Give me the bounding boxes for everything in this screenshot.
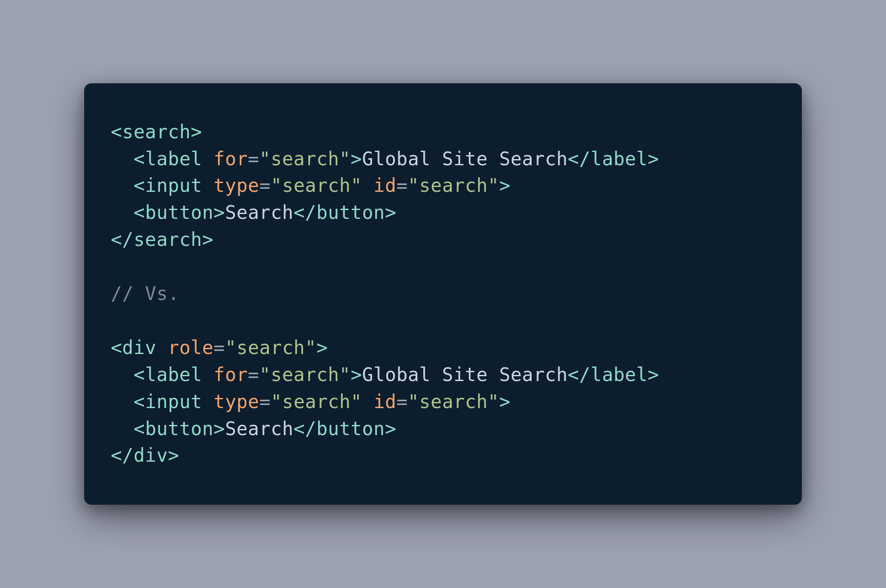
code-token-text: [362, 175, 373, 196]
code-token-bracket: >: [351, 364, 362, 386]
code-token-bracket: </: [111, 444, 134, 466]
code-token-eq: =: [396, 391, 408, 413]
code-token-tag: label: [591, 148, 648, 170]
code-token-str: "search": [225, 337, 316, 358]
code-token-bracket: <: [134, 391, 145, 413]
code-token-tag: button: [316, 418, 385, 440]
code-token-bracket: <: [134, 364, 145, 386]
code-token-bracket: <: [134, 175, 145, 196]
code-line: <button>Search</button>: [111, 418, 396, 440]
code-token-tag: search: [122, 121, 191, 143]
code-token-bracket: >: [648, 148, 659, 170]
code-token-bracket: >: [191, 121, 202, 143]
code-line: <input type="search" id="search">: [111, 391, 511, 413]
code-token-bracket: <: [111, 337, 122, 358]
code-token-eq: =: [259, 391, 271, 413]
code-token-text: Global Site Search: [362, 364, 567, 386]
code-token-comment: // Vs.: [111, 283, 179, 304]
code-token-bracket: </: [568, 364, 591, 386]
code-token-tag: label: [145, 148, 202, 170]
code-token-bracket: </: [294, 418, 317, 440]
code-token-str: "search": [271, 391, 362, 413]
code-token-bracket: >: [499, 391, 511, 413]
code-line: <button>Search</button>: [111, 202, 396, 223]
code-token-text: [156, 337, 168, 358]
code-line: <input type="search" id="search">: [111, 175, 511, 196]
code-token-tag: button: [145, 418, 214, 440]
code-token-bracket: >: [214, 418, 225, 440]
code-token-eq: =: [248, 364, 259, 386]
code-token-attr: id: [373, 391, 396, 413]
code-token-attr: role: [168, 337, 214, 358]
code-token-bracket: >: [385, 202, 396, 223]
code-card: <search> <label for="search">Global Site…: [84, 83, 802, 505]
code-token-bracket: <: [134, 202, 145, 223]
code-token-tag: div: [122, 337, 156, 358]
code-token-bracket: >: [499, 175, 511, 196]
code-line: </div>: [111, 444, 179, 466]
code-token-bracket: <: [134, 418, 145, 440]
code-token-attr: for: [214, 364, 248, 386]
code-token-eq: =: [248, 148, 259, 170]
code-token-bracket: >: [648, 364, 659, 386]
code-token-text: [202, 148, 214, 170]
code-token-tag: input: [145, 391, 202, 413]
code-token-tag: input: [145, 175, 202, 196]
code-token-str: "search": [408, 175, 499, 196]
code-token-tag: button: [145, 202, 214, 223]
code-line: <search>: [111, 121, 202, 143]
code-token-bracket: >: [202, 229, 214, 250]
code-token-bracket: <: [111, 121, 122, 143]
code-token-eq: =: [259, 175, 271, 196]
code-token-bracket: </: [568, 148, 591, 170]
code-token-text: [362, 391, 373, 413]
code-token-eq: =: [396, 175, 408, 196]
code-token-attr: type: [214, 391, 259, 413]
code-block: <search> <label for="search">Global Site…: [111, 119, 775, 470]
code-token-text: Search: [225, 418, 294, 440]
code-token-str: "search": [259, 364, 350, 386]
code-token-attr: id: [373, 175, 396, 196]
code-token-str: "search": [271, 175, 362, 196]
code-line: // Vs.: [111, 283, 179, 304]
code-token-bracket: >: [385, 418, 396, 440]
code-token-tag: label: [591, 364, 648, 386]
code-token-bracket: >: [316, 337, 328, 358]
code-token-bracket: <: [134, 148, 145, 170]
code-token-eq: =: [214, 337, 225, 358]
code-token-bracket: >: [351, 148, 362, 170]
code-line: <label for="search">Global Site Search</…: [111, 148, 659, 170]
code-line: <label for="search">Global Site Search</…: [111, 364, 659, 386]
code-token-tag: div: [134, 444, 168, 466]
code-token-tag: button: [316, 202, 385, 223]
code-line: </search>: [111, 229, 214, 250]
code-token-text: Global Site Search: [362, 148, 567, 170]
code-token-str: "search": [408, 391, 499, 413]
code-token-bracket: </: [111, 229, 134, 250]
code-token-attr: type: [214, 175, 259, 196]
code-token-bracket: >: [214, 202, 225, 223]
code-token-bracket: </: [294, 202, 317, 223]
code-line: <div role="search">: [111, 337, 328, 358]
code-token-text: [202, 364, 214, 386]
code-token-text: [202, 391, 214, 413]
code-token-tag: label: [145, 364, 202, 386]
code-token-tag: search: [134, 229, 202, 250]
code-token-str: "search": [259, 148, 350, 170]
code-token-text: [202, 175, 214, 196]
code-token-text: Search: [225, 202, 294, 223]
code-token-attr: for: [214, 148, 248, 170]
code-token-bracket: >: [168, 444, 179, 466]
